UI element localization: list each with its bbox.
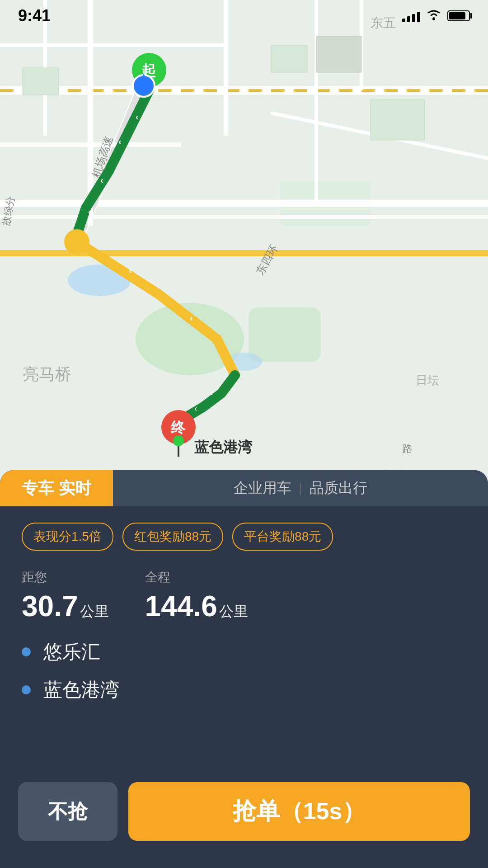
map-svg: 机场高速 故绿分 东四环 亮马桥 东五 日坛 大厦 路 ‹ ‹ ‹ ‹ ‹ [0,0,488,497]
map-area[interactable]: 机场高速 故绿分 东四环 亮马桥 东五 日坛 大厦 路 ‹ ‹ ‹ ‹ ‹ [0,0,488,497]
list-item: 蓝色港湾 [22,677,466,703]
svg-rect-33 [23,68,59,95]
tab-quality[interactable]: 品质出行 [310,478,367,498]
svg-text:路: 路 [402,443,412,454]
badge-redpack: 红包奖励88元 [122,523,223,551]
total-number: 144.6 [145,590,217,623]
tab-inactive[interactable]: 企业用车 | 品质出行 [113,470,488,506]
signal-icon [402,9,420,22]
location-list: 悠乐汇 蓝色港湾 [0,623,488,703]
svg-text:‹: ‹ [194,403,197,413]
total-unit: 公里 [219,602,248,622]
svg-point-51 [173,435,184,446]
decline-button[interactable]: 不抢 [18,782,117,841]
svg-text:亮马桥: 亮马桥 [23,365,71,383]
badge-performance: 表现分1.5倍 [22,523,113,551]
destination-dot [22,685,31,694]
tab-bar: 专车 实时 企业用车 | 品质出行 [0,470,488,506]
svg-text:‹: ‹ [129,265,132,275]
svg-rect-31 [316,36,361,72]
total-label: 全程 [145,569,248,586]
status-time: 9:41 [18,6,51,25]
total-value: 144.6 公里 [145,590,248,623]
action-buttons: 不抢 抢单（15s） [0,782,488,841]
accept-button[interactable]: 抢单（15s） [128,782,470,841]
badges-row: 表现分1.5倍 红包奖励88元 平台奖励88元 [0,506,488,551]
svg-text:‹: ‹ [136,112,139,122]
status-bar: 9:41 [0,0,488,32]
badge-platform: 平台奖励88元 [232,523,333,551]
svg-text:蓝色港湾: 蓝色港湾 [194,439,253,455]
tab-enterprise[interactable]: 企业用车 [234,478,291,498]
origin-dot [22,647,31,656]
svg-text:日坛: 日坛 [416,373,439,387]
bottom-panel: 专车 实时 企业用车 | 品质出行 表现分1.5倍 红包奖励88元 平台奖励88… [0,470,488,868]
destination-name: 蓝色港湾 [43,677,119,703]
tab-active[interactable]: 专车 实时 [0,470,113,506]
distance-number: 30.7 [22,590,78,623]
svg-rect-30 [271,45,307,72]
svg-text:‹: ‹ [190,313,193,323]
origin-name: 悠乐汇 [43,639,100,665]
svg-point-0 [432,18,435,20]
battery-icon [447,10,470,21]
wifi-icon [426,8,442,24]
svg-text:‹: ‹ [210,387,213,397]
stats-row: 距您 30.7 公里 全程 144.6 公里 [0,551,488,623]
svg-rect-3 [249,307,321,362]
distance-value: 30.7 公里 [22,590,109,623]
list-item: 悠乐汇 [22,639,466,665]
tab-divider: | [299,481,302,495]
total-stat: 全程 144.6 公里 [145,569,248,623]
distance-unit: 公里 [80,602,109,622]
svg-text:终: 终 [170,420,186,436]
distance-stat: 距您 30.7 公里 [22,569,109,623]
status-icons [402,8,470,24]
svg-text:‹: ‹ [118,137,122,146]
svg-text:‹: ‹ [100,175,103,185]
distance-label: 距您 [22,569,109,586]
svg-text:‹: ‹ [88,207,91,217]
svg-rect-32 [371,99,425,140]
